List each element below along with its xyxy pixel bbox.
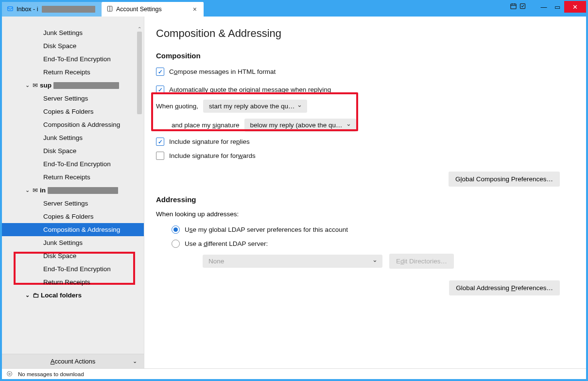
chevron-down-icon: ⌄ <box>25 187 30 193</box>
sidebar-local-folders[interactable]: ⌄ 🗀 Local folders <box>2 289 144 302</box>
when-quoting-row: When quoting, start my reply above the q… <box>156 97 574 116</box>
redacted <box>42 6 95 13</box>
include-sig-fwd-checkbox[interactable] <box>156 152 164 160</box>
sidebar-item-junk3[interactable]: Junk Settings <box>2 236 144 249</box>
minimize-button[interactable]: — <box>537 1 551 13</box>
global-composing-button[interactable]: Global Composing Preferences… <box>449 172 560 187</box>
calendar-icon[interactable] <box>510 2 517 11</box>
sidebar-item-e2e3[interactable]: End-To-End Encryption <box>2 262 144 276</box>
place-signature-row: and place my signature below my reply (a… <box>156 116 574 135</box>
ldap-different-label: Use a different LDAP server: <box>185 240 268 247</box>
global-addressing-button[interactable]: Global Addressing Preferences… <box>449 280 560 295</box>
chevron-down-icon: ⌄ <box>25 292 30 298</box>
ldap-global-row[interactable]: Use my global LDAP server preferences fo… <box>156 223 574 237</box>
sidebar-item-e2e2[interactable]: End-To-End Encryption <box>2 157 144 171</box>
sidebar-item-junk2[interactable]: Junk Settings <box>2 131 144 144</box>
sidebar-account-2[interactable]: ⌄ ✉ sup <box>2 79 144 92</box>
svg-rect-0 <box>8 6 13 10</box>
place-signature-label: and place my signature <box>172 121 240 129</box>
svg-rect-3 <box>511 4 516 9</box>
broadcast-icon[interactable]: ⦾ <box>7 370 12 378</box>
signature-position-select[interactable]: below my reply (above the qu… <box>244 119 356 132</box>
chevron-down-icon: ⌄ <box>133 358 137 364</box>
account-3-label: in <box>40 187 46 194</box>
sidebar-item-junk[interactable]: Junk Settings <box>2 26 144 39</box>
redacted <box>53 82 119 89</box>
sidebar-item-receipts3[interactable]: Return Receipts <box>2 276 144 289</box>
when-quoting-label: When quoting, <box>156 103 198 110</box>
ldap-different-radio[interactable] <box>172 240 180 248</box>
lookup-label: When looking up addresses: <box>156 208 574 223</box>
address-book-icon <box>106 5 113 14</box>
sidebar-item-server[interactable]: Server Settings <box>2 92 144 105</box>
sidebar: ⌃ Junk Settings Disk Space End-To-End En… <box>2 17 144 368</box>
account-2-label: sup <box>40 82 52 89</box>
sidebar-item-copies3[interactable]: Copies & Folders <box>2 210 144 223</box>
quote-position-select[interactable]: start my reply above the qu… <box>203 100 307 113</box>
compose-html-checkbox[interactable] <box>156 68 164 76</box>
sidebar-item-receipts2[interactable]: Return Receipts <box>2 171 144 184</box>
include-sig-fwd-row[interactable]: Include signature for forwards <box>156 149 574 163</box>
sidebar-item-e2e[interactable]: End-To-End Encryption <box>2 52 144 66</box>
auto-quote-row[interactable]: Automatically quote the original message… <box>156 83 574 97</box>
close-window-button[interactable]: ✕ <box>564 1 586 13</box>
auto-quote-checkbox[interactable] <box>156 86 164 94</box>
compose-html-row[interactable]: Compose messages in HTML format <box>156 65 574 79</box>
account-actions-label: Account Actions <box>51 358 96 365</box>
tab-bar: Inbox - i Account Settings × — ▭ ✕ <box>2 2 586 17</box>
sidebar-account-3[interactable]: ⌄ ✉ in <box>2 184 144 197</box>
ldap-global-label: Use my global LDAP server preferences fo… <box>185 226 348 233</box>
sidebar-item-receipts[interactable]: Return Receipts <box>2 66 144 79</box>
redacted <box>48 187 118 194</box>
status-text: No messages to download <box>18 371 84 377</box>
account-actions-button[interactable]: Account Actions ⌄ <box>2 354 144 368</box>
close-icon[interactable]: × <box>191 5 199 13</box>
ldap-server-row: None Edit Directories… <box>156 251 574 272</box>
mail-icon: ✉ <box>33 82 38 89</box>
compose-html-label: Compose messages in HTML format <box>169 68 276 75</box>
tab-inbox[interactable]: Inbox - i <box>2 2 102 17</box>
include-sig-fwd-label: Include signature for forwards <box>169 152 256 159</box>
edit-directories-button[interactable]: Edit Directories… <box>389 254 454 269</box>
include-sig-reply-row[interactable]: Include signature for replies <box>156 135 574 149</box>
local-folders-label: Local folders <box>41 292 82 299</box>
tab-inbox-label: Inbox - i <box>17 6 38 13</box>
mail-icon: ✉ <box>33 187 38 194</box>
ldap-global-radio[interactable] <box>172 225 180 234</box>
chevron-down-icon: ⌄ <box>25 82 30 88</box>
maximize-button[interactable]: ▭ <box>551 1 564 13</box>
folder-icon: 🗀 <box>33 292 39 299</box>
status-bar: ⦾ No messages to download <box>2 368 586 379</box>
main-panel: Composition & Addressing Composition Com… <box>144 17 586 368</box>
tab-settings-label: Account Settings <box>116 6 162 13</box>
composition-heading: Composition <box>156 52 574 60</box>
addressing-heading: Addressing <box>156 195 574 204</box>
auto-quote-label: Automatically quote the original message… <box>169 86 331 93</box>
window-controls: — ▭ ✕ <box>510 0 586 14</box>
tasks-icon[interactable] <box>519 2 526 11</box>
sidebar-item-disk2[interactable]: Disk Space <box>2 144 144 157</box>
sidebar-item-composition-selected[interactable]: Composition & Addressing <box>2 223 144 236</box>
sidebar-item-composition[interactable]: Composition & Addressing <box>2 118 144 131</box>
svg-rect-7 <box>520 4 525 9</box>
sidebar-item-server3[interactable]: Server Settings <box>2 197 144 210</box>
ldap-different-row[interactable]: Use a different LDAP server: <box>156 237 574 251</box>
sidebar-item-disk[interactable]: Disk Space <box>2 39 144 52</box>
page-title: Composition & Addressing <box>156 27 574 40</box>
sidebar-item-copies[interactable]: Copies & Folders <box>2 105 144 118</box>
include-sig-reply-label: Include signature for replies <box>169 138 250 145</box>
inbox-icon <box>7 5 14 14</box>
include-sig-reply-checkbox[interactable] <box>156 138 164 146</box>
sidebar-item-disk3[interactable]: Disk Space <box>2 249 144 262</box>
tab-account-settings[interactable]: Account Settings × <box>102 2 204 17</box>
ldap-server-select[interactable]: None <box>203 255 382 268</box>
